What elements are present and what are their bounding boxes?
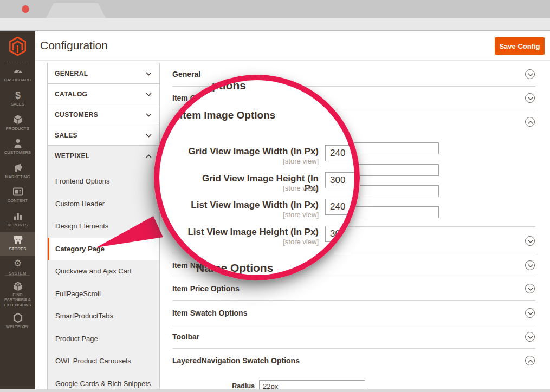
browser-toolbar xyxy=(0,18,550,31)
expand-section-icon[interactable] xyxy=(525,236,535,246)
magnified-text-fragment-top: ptions xyxy=(212,79,246,92)
config-tab-general[interactable]: GENERAL xyxy=(47,63,160,84)
config-tab-customers[interactable]: CUSTOMERS xyxy=(47,104,160,125)
magnifier-pointer-icon xyxy=(92,211,168,252)
magnified-grid-view-image-height-input[interactable] xyxy=(325,172,360,188)
sidebar-item-products[interactable]: PRODUCTS xyxy=(0,112,35,136)
magnified-section-title: Item Image Options xyxy=(180,109,275,121)
expand-item-price-options-icon[interactable] xyxy=(525,284,535,293)
sidebar-item-marketing[interactable]: MARKETING xyxy=(0,160,35,184)
magento-logo-icon[interactable] xyxy=(9,37,26,56)
subnav-smartproducttabs[interactable]: SmartProductTabs xyxy=(48,305,159,327)
magnifier-circle: Item Image Options Grid View Image Width… xyxy=(154,75,360,280)
collapse-item-image-options-icon[interactable] xyxy=(525,117,535,127)
config-tab-sales[interactable]: SALES xyxy=(47,125,160,146)
screenshot-stage: Configuration Save Config DASHBOARD $ SA… xyxy=(0,0,550,392)
customers-icon xyxy=(12,138,23,149)
subnav-product-page[interactable]: Product Page xyxy=(48,328,159,350)
window-bottom-edge xyxy=(0,389,550,392)
sidebar-item-customers[interactable]: CUSTOMERS xyxy=(0,135,35,160)
system-gear-icon: ⚙ xyxy=(14,259,22,268)
chevron-up-icon xyxy=(146,154,152,158)
subnav-owl-product-carousels[interactable]: OWL Product Carousels xyxy=(48,350,159,372)
save-config-button[interactable]: Save Config xyxy=(495,37,545,55)
magnified-text-fragment-bottom: Name Options xyxy=(196,262,273,275)
sidebar-item-sales[interactable]: $ SALES xyxy=(0,87,35,112)
sidebar-item-stores[interactable]: STORES xyxy=(0,232,35,256)
admin-sidebar: DASHBOARD $ SALES PRODUCTS CUSTOMERS MAR… xyxy=(0,31,35,389)
content-icon xyxy=(12,186,23,197)
expand-toolbar-icon[interactable] xyxy=(525,332,535,342)
divider xyxy=(172,277,535,277)
sidebar-item-reports[interactable]: REPORTS xyxy=(0,208,35,232)
magnified-grid-view-image-width-input[interactable] xyxy=(325,145,360,161)
sidebar-item-dashboard[interactable]: DASHBOARD xyxy=(0,63,35,87)
dashboard-icon xyxy=(12,66,23,76)
sidebar-item-content[interactable]: CONTENT xyxy=(0,184,35,208)
page-title: Configuration xyxy=(40,39,108,52)
admin-header: Configuration Save Config xyxy=(35,31,550,61)
magnified-field-scope: [store view] xyxy=(186,211,319,219)
wetpixel-subnav: Frontend Options Custom Header Design El… xyxy=(47,166,160,389)
subnav-frontend-options[interactable]: Frontend Options xyxy=(48,170,159,192)
section-general: General xyxy=(172,69,200,79)
chevron-down-icon xyxy=(146,113,152,117)
svg-text:$: $ xyxy=(15,90,20,101)
divider xyxy=(172,325,535,325)
chevron-down-icon xyxy=(146,93,152,96)
section-item-swatch-options: Item Swatch Options xyxy=(172,308,247,318)
browser-title-bar xyxy=(0,0,550,18)
close-window-icon[interactable] xyxy=(22,5,29,13)
expand-item-options-icon[interactable] xyxy=(525,93,535,103)
sidebar-item-system[interactable]: ⚙ SYSTEM xyxy=(0,256,35,280)
sidebar-item-weltpixel[interactable]: WELTPIXEL xyxy=(0,310,35,334)
divider xyxy=(172,348,535,349)
expand-item-name-options-icon[interactable] xyxy=(525,260,535,270)
chevron-down-icon xyxy=(146,134,152,138)
subnav-fullpagescroll[interactable]: FullPageScroll xyxy=(48,283,159,305)
expand-general-icon[interactable] xyxy=(525,69,535,79)
magnified-field-scope: [store view] xyxy=(186,238,319,246)
partners-icon: 1 xyxy=(12,281,23,292)
products-icon xyxy=(12,114,23,125)
stores-icon xyxy=(12,234,23,245)
magnified-field-scope: [store view] xyxy=(186,184,319,192)
magnified-field-label: List View Image Height (In Px) xyxy=(186,227,319,237)
svg-text:1: 1 xyxy=(17,283,18,286)
chevron-down-icon xyxy=(146,72,152,76)
config-tab-catalog[interactable]: CATALOG xyxy=(47,83,160,104)
sidebar-divider xyxy=(5,275,30,276)
sales-icon: $ xyxy=(12,90,23,101)
sidebar-item-find-partners[interactable]: 1 FIND PARTNERS & EXTENSIONS xyxy=(0,278,35,309)
browser-tab[interactable] xyxy=(46,3,106,18)
divider xyxy=(172,300,535,301)
section-toolbar: Toolbar xyxy=(172,332,199,342)
weltpixel-icon xyxy=(12,312,23,323)
section-layerednavigation-swatch-options: LayeredNavigation Swatch Options xyxy=(172,356,300,365)
expand-item-swatch-options-icon[interactable] xyxy=(525,308,535,318)
collapse-layerednavigation-icon[interactable] xyxy=(525,356,535,365)
magnified-field-scope: [store view] xyxy=(186,157,319,165)
marketing-icon xyxy=(12,162,23,173)
subnav-quickview-ajax-cart[interactable]: Quickview and Ajax Cart xyxy=(48,260,159,282)
reports-icon xyxy=(12,211,23,221)
magnified-list-view-image-height-input[interactable] xyxy=(325,226,360,242)
sidebar-divider xyxy=(7,62,29,62)
section-item-price-options: Item Price Options xyxy=(172,284,240,293)
config-tab-wetpixel[interactable]: WETPIXEL xyxy=(47,145,160,166)
magnified-field-label: List View Image Width (In Px) xyxy=(186,200,319,210)
magnified-field-label: Grid View Image Width (In Px) xyxy=(186,147,319,156)
field-label-radius: Radius xyxy=(173,382,255,390)
